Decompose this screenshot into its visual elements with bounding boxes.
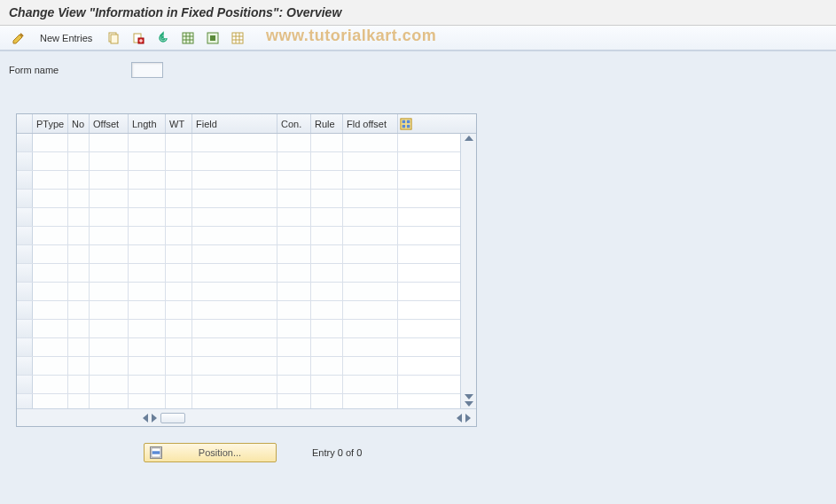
delete-button[interactable] xyxy=(127,29,150,47)
cell[interactable] xyxy=(129,134,166,151)
cell[interactable] xyxy=(90,134,129,151)
cell[interactable] xyxy=(33,283,68,300)
cell[interactable] xyxy=(192,357,277,375)
scroll-right-end-button[interactable] xyxy=(465,414,471,423)
cell[interactable] xyxy=(90,190,129,207)
cell[interactable] xyxy=(33,190,68,207)
cell[interactable] xyxy=(166,376,192,393)
cell[interactable] xyxy=(277,320,311,337)
cell[interactable] xyxy=(277,227,311,244)
scroll-right-button[interactable] xyxy=(152,414,157,423)
cell[interactable] xyxy=(68,190,90,207)
cell[interactable] xyxy=(277,301,311,319)
cell[interactable] xyxy=(166,320,192,337)
row-selector[interactable] xyxy=(17,301,33,319)
scroll-page-up-button[interactable] xyxy=(465,394,473,399)
cell[interactable] xyxy=(343,301,398,319)
cell[interactable] xyxy=(166,283,192,300)
new-entries-button[interactable]: New Entries xyxy=(32,29,100,47)
row-selector[interactable] xyxy=(17,208,33,226)
cell[interactable] xyxy=(343,227,398,244)
cell[interactable] xyxy=(166,394,192,408)
cell[interactable] xyxy=(68,134,90,151)
cell[interactable] xyxy=(129,190,166,207)
deselect-all-button[interactable] xyxy=(226,29,249,47)
cell[interactable] xyxy=(166,208,192,226)
cell[interactable] xyxy=(277,190,311,207)
select-all-rows-button[interactable] xyxy=(17,114,33,133)
cell[interactable] xyxy=(33,208,68,226)
cell[interactable] xyxy=(166,134,192,151)
cell[interactable] xyxy=(129,208,166,226)
cell[interactable] xyxy=(33,376,68,393)
cell[interactable] xyxy=(343,134,398,151)
cell[interactable] xyxy=(68,320,90,337)
form-name-input[interactable] xyxy=(131,62,163,78)
cell[interactable] xyxy=(311,338,343,356)
table-row[interactable] xyxy=(17,264,460,283)
cell[interactable] xyxy=(343,283,398,300)
scroll-left-button[interactable] xyxy=(143,414,148,423)
table-row[interactable] xyxy=(17,338,460,357)
table-row[interactable] xyxy=(17,376,460,394)
column-header-ptype[interactable]: PType xyxy=(33,114,68,133)
table-row[interactable] xyxy=(17,301,460,320)
undo-button[interactable] xyxy=(152,29,175,47)
cell[interactable] xyxy=(192,301,277,319)
cell[interactable] xyxy=(277,134,311,151)
cell[interactable] xyxy=(343,320,398,337)
table-row[interactable] xyxy=(17,171,460,190)
cell[interactable] xyxy=(192,134,277,151)
cell[interactable] xyxy=(33,152,68,170)
cell[interactable] xyxy=(343,208,398,226)
cell[interactable] xyxy=(343,190,398,207)
cell[interactable] xyxy=(129,394,166,408)
cell[interactable] xyxy=(166,245,192,263)
cell[interactable] xyxy=(192,394,277,408)
select-all-button[interactable] xyxy=(176,29,199,47)
table-row[interactable] xyxy=(17,245,460,264)
cell[interactable] xyxy=(90,264,129,282)
cell[interactable] xyxy=(90,245,129,263)
horizontal-scrollbar[interactable] xyxy=(143,413,474,423)
cell[interactable] xyxy=(90,338,129,356)
cell[interactable] xyxy=(90,208,129,226)
cell[interactable] xyxy=(311,301,343,319)
cell[interactable] xyxy=(33,394,68,408)
row-selector[interactable] xyxy=(17,264,33,282)
scroll-up-button[interactable] xyxy=(465,136,473,141)
cell[interactable] xyxy=(129,264,166,282)
cell[interactable] xyxy=(277,152,311,170)
scroll-thumb[interactable] xyxy=(160,413,185,423)
column-header-rule[interactable]: Rule xyxy=(311,114,343,133)
cell[interactable] xyxy=(192,171,277,189)
cell[interactable] xyxy=(277,394,311,408)
cell[interactable] xyxy=(192,152,277,170)
cell[interactable] xyxy=(277,376,311,393)
cell[interactable] xyxy=(129,301,166,319)
column-header-lngth[interactable]: Lngth xyxy=(129,114,166,133)
cell[interactable] xyxy=(90,320,129,337)
table-row[interactable] xyxy=(17,320,460,338)
cell[interactable] xyxy=(192,190,277,207)
copy-button[interactable] xyxy=(102,29,125,47)
cell[interactable] xyxy=(68,357,90,375)
cell[interactable] xyxy=(166,190,192,207)
cell[interactable] xyxy=(192,264,277,282)
cell[interactable] xyxy=(192,320,277,337)
table-row[interactable] xyxy=(17,394,460,408)
vertical-scrollbar[interactable] xyxy=(460,134,476,408)
cell[interactable] xyxy=(33,301,68,319)
cell[interactable] xyxy=(343,152,398,170)
cell[interactable] xyxy=(311,320,343,337)
cell[interactable] xyxy=(166,227,192,244)
cell[interactable] xyxy=(343,376,398,393)
cell[interactable] xyxy=(90,301,129,319)
cell[interactable] xyxy=(129,171,166,189)
table-row[interactable] xyxy=(17,227,460,245)
cell[interactable] xyxy=(343,171,398,189)
cell[interactable] xyxy=(192,376,277,393)
cell[interactable] xyxy=(343,338,398,356)
cell[interactable] xyxy=(277,338,311,356)
table-row[interactable] xyxy=(17,134,460,152)
